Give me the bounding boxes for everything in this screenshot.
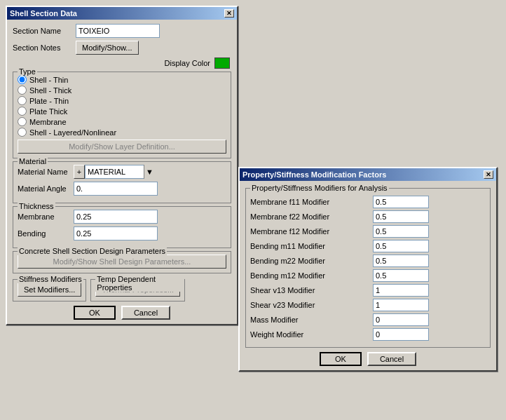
modifier-row-1: Membrane f22 Modifier <box>250 210 486 223</box>
radio-membrane[interactable] <box>18 117 27 126</box>
modify-shell-design-button[interactable]: Modify/Show Shell Design Parameters... <box>18 255 226 269</box>
membrane-input[interactable] <box>74 210 158 224</box>
radio-shell-thin-label: Shell - Thin <box>29 76 68 84</box>
modifier-label-5: Bending m12 Modifier <box>250 271 373 280</box>
modifier-input-5[interactable] <box>373 269 429 282</box>
bending-row: Bending <box>18 226 226 241</box>
section-name-label: Section Name <box>13 27 76 35</box>
modifiers-group: Property/Stiffness Modifiers for Analysi… <box>245 188 491 348</box>
modifier-input-8[interactable] <box>373 313 429 326</box>
radio-plate-thick-row: Plate Thick <box>18 107 226 116</box>
bending-label: Bending <box>18 229 74 238</box>
radio-shell-thick-row: Shell - Thick <box>18 86 226 95</box>
modifier-row-7: Shear v23 Modifier <box>250 299 486 311</box>
modifier-input-0[interactable] <box>373 196 429 208</box>
modifier-input-6[interactable] <box>373 284 429 297</box>
section-name-input[interactable] <box>76 24 160 38</box>
color-swatch[interactable] <box>214 57 230 69</box>
modifier-label-1: Membrane f22 Modifier <box>250 212 373 221</box>
modifier-label-6: Shear v13 Modifier <box>250 286 373 294</box>
concrete-group-label: Concrete Shell Section Design Parameters <box>18 247 167 255</box>
stiffness-group-label: Stiffness Modifiers <box>18 275 83 283</box>
membrane-label: Membrane <box>18 212 74 221</box>
shell-dialog-title: Shell Section Data <box>10 9 224 18</box>
property-cancel-button[interactable]: Cancel <box>367 352 416 366</box>
type-group-label: Type <box>18 67 37 76</box>
modifier-label-9: Weight Modifier <box>250 330 373 339</box>
shell-dialog-buttons: OK Cancel <box>13 306 231 320</box>
shell-cancel-button[interactable]: Cancel <box>121 306 170 320</box>
radio-plate-thin[interactable] <box>18 96 27 105</box>
modify-layer-row: Modify/Show Layer Definition... <box>18 140 226 154</box>
temp-properties-group: Temp Dependent Properties Thermal Proper… <box>90 279 185 302</box>
material-group: Material Material Name + MATERIAL ▼ Mate… <box>13 161 231 203</box>
radio-shell-layered-label: Shell - Layered/Nonlinear <box>29 128 116 137</box>
radio-shell-thick-label: Shell - Thick <box>29 86 71 95</box>
radio-shell-thin-row: Shell - Thin <box>18 75 226 84</box>
modify-show-button[interactable]: Modify/Show... <box>76 41 139 55</box>
modifier-label-0: Membrane f11 Modifier <box>250 198 373 206</box>
modify-layer-button[interactable]: Modify/Show Layer Definition... <box>18 140 226 154</box>
modifier-row-3: Bending m11 Modifier <box>250 240 486 252</box>
radio-shell-thin[interactable] <box>18 75 27 84</box>
display-color-label: Display Color <box>165 59 210 67</box>
radio-membrane-row: Membrane <box>18 117 226 126</box>
material-name-label: Material Name <box>18 168 74 176</box>
radio-membrane-label: Membrane <box>29 118 67 126</box>
shell-dialog-content: Section Name Section Notes Modify/Show..… <box>7 20 237 324</box>
property-dialog-buttons: OK Cancel <box>245 352 491 366</box>
modifier-input-2[interactable] <box>373 225 429 238</box>
modifier-label-8: Mass Modifier <box>250 316 373 324</box>
stiffness-temp-row: Stiffness Modifiers Set Modifiers... Tem… <box>13 276 231 302</box>
modifier-input-3[interactable] <box>373 240 429 252</box>
material-select[interactable]: MATERIAL <box>85 165 155 179</box>
material-select-wrapper: MATERIAL ▼ <box>85 165 155 179</box>
property-dialog-content: Property/Stiffness Modifiers for Analysi… <box>240 181 496 370</box>
section-notes-label: Section Notes <box>13 43 76 52</box>
modifier-input-7[interactable] <box>373 299 429 311</box>
modifiers-group-label: Property/Stiffness Modifiers for Analysi… <box>250 184 389 192</box>
radio-shell-thick[interactable] <box>18 86 27 95</box>
modifier-input-9[interactable] <box>373 328 429 341</box>
modifier-row-9: Weight Modifier <box>250 328 486 341</box>
shell-section-dialog: Shell Section Data ✕ Section Name Sectio… <box>6 6 238 325</box>
radio-plate-thick-label: Plate Thick <box>29 107 67 116</box>
material-group-label: Material <box>18 157 48 165</box>
close-button[interactable]: ✕ <box>224 9 234 18</box>
set-modifiers-button[interactable]: Set Modifiers... <box>18 283 81 297</box>
property-close-button[interactable]: ✕ <box>484 170 493 179</box>
plus-button[interactable]: + <box>74 165 85 179</box>
modifier-label-7: Shear v23 Modifier <box>250 301 373 309</box>
temp-group-label: Temp Dependent Properties <box>95 275 184 292</box>
radio-shell-layered-row: Shell - Layered/Nonlinear <box>18 128 226 137</box>
material-angle-label: Material Angle <box>18 184 74 193</box>
modifier-label-2: Membrane f12 Modifier <box>250 227 373 236</box>
stiffness-modifiers-group: Stiffness Modifiers Set Modifiers... <box>13 279 86 302</box>
modifier-row-6: Shear v13 Modifier <box>250 284 486 297</box>
section-name-row: Section Name <box>13 24 231 38</box>
modifier-row-5: Bending m12 Modifier <box>250 269 486 282</box>
bending-input[interactable] <box>74 226 158 241</box>
property-ok-button[interactable]: OK <box>320 352 362 366</box>
shell-ok-button[interactable]: OK <box>74 306 116 320</box>
modifier-label-4: Bending m22 Modifier <box>250 257 373 265</box>
modifier-input-4[interactable] <box>373 255 429 267</box>
radio-plate-thin-label: Plate - Thin <box>29 97 69 105</box>
type-group: Type Shell - Thin Shell - Thick Plate - … <box>13 72 231 158</box>
thickness-group-label: Thickness <box>18 202 55 210</box>
membrane-row: Membrane <box>18 210 226 224</box>
radio-shell-layered[interactable] <box>18 128 27 137</box>
property-dialog-titlebar: Property/Stiffness Modification Factors … <box>240 168 496 181</box>
display-color-row: Display Color <box>13 57 231 69</box>
material-angle-input[interactable] <box>74 182 158 196</box>
modifier-row-4: Bending m22 Modifier <box>250 255 486 267</box>
radio-plate-thick[interactable] <box>18 107 27 116</box>
section-notes-row: Section Notes Modify/Show... <box>13 41 231 55</box>
radio-plate-thin-row: Plate - Thin <box>18 96 226 105</box>
property-dialog-title: Property/Stiffness Modification Factors <box>242 170 483 179</box>
modifier-input-1[interactable] <box>373 210 429 223</box>
material-name-row: Material Name + MATERIAL ▼ <box>18 165 226 179</box>
concrete-group: Concrete Shell Section Design Parameters… <box>13 251 231 273</box>
modifier-row-8: Mass Modifier <box>250 313 486 326</box>
material-angle-row: Material Angle <box>18 182 226 196</box>
